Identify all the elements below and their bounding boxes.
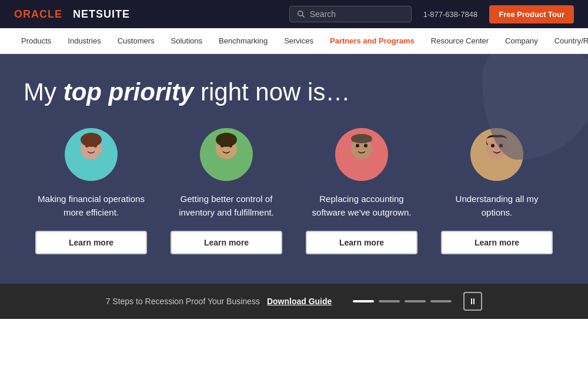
nav-item-company[interactable]: Company <box>498 28 545 54</box>
svg-point-19 <box>364 144 368 147</box>
phone-number: 1-877-638-7848 <box>423 10 478 19</box>
nav-item-industries[interactable]: Industries <box>61 28 108 54</box>
avatar-2-image <box>200 128 253 181</box>
cards-row: Making financial operations more efficie… <box>24 128 564 266</box>
nav-item-customers[interactable]: Customers <box>111 28 162 54</box>
bottom-banner: 7 Steps to Recession Proof Your Business… <box>0 284 588 319</box>
nav-item-partners[interactable]: Partners and Programs <box>323 28 422 54</box>
nav-item-products[interactable]: Products <box>14 28 58 54</box>
pause-icon: ⏸ <box>469 297 477 306</box>
nav-bar: Products Industries Customers Solutions … <box>0 28 588 54</box>
card-3-text: Replacing accounting software we've outg… <box>306 193 417 219</box>
logo: ORACLE NETSUITE <box>14 8 130 21</box>
card-financial: Making financial operations more efficie… <box>24 128 159 266</box>
banner-text: 7 Steps to Recession Proof Your Business <box>106 297 260 306</box>
search-icon <box>297 10 305 18</box>
dot-4[interactable] <box>430 300 452 302</box>
download-guide-link[interactable]: Download Guide <box>267 297 332 306</box>
nav-item-solutions[interactable]: Solutions <box>164 28 209 54</box>
avatar-1 <box>65 128 118 181</box>
dot-1[interactable] <box>353 300 374 302</box>
learn-more-button-2[interactable]: Learn more <box>171 231 282 254</box>
svg-point-24 <box>491 144 495 147</box>
card-2-text: Getting better control of inventory and … <box>171 193 282 219</box>
avatar-3-image <box>335 128 388 181</box>
svg-rect-23 <box>482 162 512 181</box>
svg-rect-5 <box>76 162 106 181</box>
svg-line-1 <box>302 15 305 18</box>
search-box[interactable] <box>289 6 412 22</box>
dot-3[interactable] <box>405 300 426 302</box>
hero-section: My top priority right now is… Making fin… <box>0 54 588 284</box>
learn-more-button-3[interactable]: Learn more <box>306 231 417 254</box>
learn-more-button-1[interactable]: Learn more <box>35 231 147 254</box>
avatar-2 <box>200 128 253 181</box>
card-1-text: Making financial operations more efficie… <box>35 193 147 219</box>
nav-item-resource[interactable]: Resource Center <box>424 28 496 54</box>
learn-more-button-4[interactable]: Learn more <box>441 231 553 254</box>
hero-decoration <box>482 54 588 160</box>
card-inventory: Getting better control of inventory and … <box>159 128 294 266</box>
logo-oracle: ORACLE <box>14 8 62 20</box>
card-accounting: Replacing accounting software we've outg… <box>294 128 429 266</box>
nav-item-benchmarking[interactable]: Benchmarking <box>212 28 275 54</box>
svg-point-0 <box>298 11 303 16</box>
nav-item-country[interactable]: Country/Region <box>547 28 588 54</box>
pause-button[interactable]: ⏸ <box>463 292 482 311</box>
nav-item-services[interactable]: Services <box>277 28 320 54</box>
svg-rect-17 <box>346 162 377 181</box>
hero-title-bold: top priority <box>64 78 194 106</box>
svg-point-18 <box>356 144 359 147</box>
avatar-3 <box>335 128 388 181</box>
avatar-1-image <box>65 128 118 181</box>
svg-rect-11 <box>211 162 242 181</box>
top-bar: ORACLE NETSUITE 1-877-638-7848 Free Prod… <box>0 0 588 28</box>
free-product-tour-button[interactable]: Free Product Tour <box>489 5 574 23</box>
dot-2[interactable] <box>379 300 400 302</box>
top-bar-right: 1-877-638-7848 Free Product Tour <box>289 5 574 23</box>
logo-netsuite: NETSUITE <box>73 8 130 20</box>
pagination-dots <box>353 300 452 302</box>
card-4-text: Understanding all my options. <box>441 193 553 219</box>
svg-point-8 <box>81 133 102 147</box>
search-input[interactable] <box>310 9 404 19</box>
